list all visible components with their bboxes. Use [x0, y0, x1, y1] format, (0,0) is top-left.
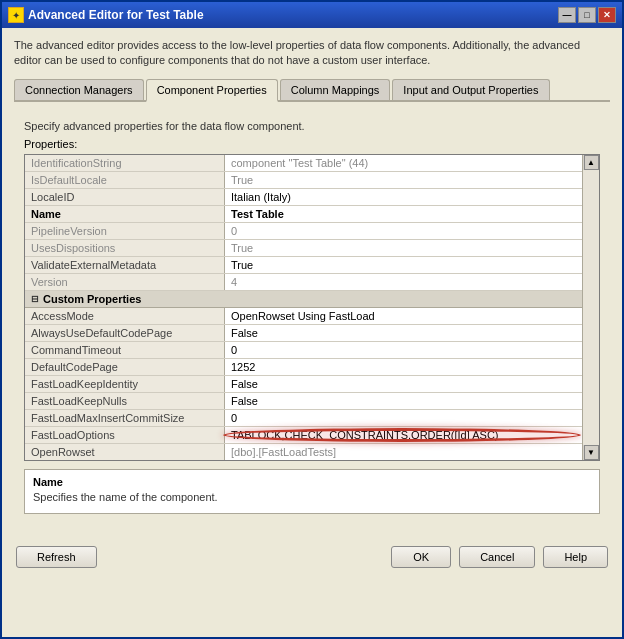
prop-value-validateexternalmetadata: True	[225, 257, 599, 273]
prop-name-defaultcodepage: DefaultCodePage	[25, 359, 225, 375]
table-wrapper: IdentificationString component "Test Tab…	[25, 155, 599, 460]
prop-name-fastloadoptions: FastLoadOptions	[25, 427, 225, 443]
info-description: Specifies the name of the component.	[33, 491, 591, 503]
section-description: Specify advanced properties for the data…	[24, 120, 600, 132]
description-text: The advanced editor provides access to t…	[14, 38, 610, 69]
prop-name-version: Version	[25, 274, 225, 290]
tab-bar: Connection Managers Component Properties…	[14, 79, 610, 102]
table-row-fastloadoptions: FastLoadOptions TABLOCK,CHECK_CONSTRAINT…	[25, 427, 599, 444]
prop-value-version: 4	[225, 274, 599, 290]
scroll-down-button[interactable]: ▼	[584, 445, 599, 460]
table-row: FastLoadMaxInsertCommitSize 0	[25, 410, 599, 427]
properties-table-container: IdentificationString component "Test Tab…	[24, 154, 600, 461]
prop-value-fastloadoptions: TABLOCK,CHECK_CONSTRAINTS,ORDER([Id] ASC…	[225, 427, 599, 443]
prop-name-identificationstring: IdentificationString	[25, 155, 225, 171]
prop-value-fastloadkeepnulls: False	[225, 393, 599, 409]
prop-name-accessmode: AccessMode	[25, 308, 225, 324]
prop-name-commandtimeout: CommandTimeout	[25, 342, 225, 358]
prop-value-fastloadkeepidentity: False	[225, 376, 599, 392]
prop-name-alwaysusedefaultcodepage: AlwaysUseDefaultCodePage	[25, 325, 225, 341]
table-row: IsDefaultLocale True	[25, 172, 599, 189]
prop-name-pipelineversion: PipelineVersion	[25, 223, 225, 239]
minimize-button[interactable]: —	[558, 7, 576, 23]
prop-name-fastloadkeepnulls: FastLoadKeepNulls	[25, 393, 225, 409]
prop-value-openrowset: [dbo].[FastLoadTests]	[225, 444, 599, 460]
scrollbar[interactable]: ▲ ▼	[582, 155, 599, 460]
tab-connection-managers[interactable]: Connection Managers	[14, 79, 144, 100]
title-bar: ✦ Advanced Editor for Test Table — □ ✕	[2, 2, 622, 28]
window-body: The advanced editor provides access to t…	[2, 28, 622, 532]
custom-section-label: Custom Properties	[43, 293, 141, 305]
prop-name-fastloadkeepidentity: FastLoadKeepIdentity	[25, 376, 225, 392]
close-button[interactable]: ✕	[598, 7, 616, 23]
table-row: ValidateExternalMetadata True	[25, 257, 599, 274]
footer: Refresh OK Cancel Help	[2, 536, 622, 578]
ok-button[interactable]: OK	[391, 546, 451, 568]
table-row: LocaleID Italian (Italy)	[25, 189, 599, 206]
table-row: DefaultCodePage 1252	[25, 359, 599, 376]
prop-name-usesdispositions: UsesDispositions	[25, 240, 225, 256]
table-row: IdentificationString component "Test Tab…	[25, 155, 599, 172]
tab-column-mappings[interactable]: Column Mappings	[280, 79, 391, 100]
maximize-button[interactable]: □	[578, 7, 596, 23]
tab-content: Specify advanced properties for the data…	[14, 112, 610, 522]
footer-right-buttons: OK Cancel Help	[391, 546, 608, 568]
prop-name-validateexternalmetadata: ValidateExternalMetadata	[25, 257, 225, 273]
table-row: CommandTimeout 0	[25, 342, 599, 359]
prop-name-openrowset: OpenRowset	[25, 444, 225, 460]
prop-value-isdefaultlocale: True	[225, 172, 599, 188]
table-row: AccessMode OpenRowset Using FastLoad	[25, 308, 599, 325]
help-button[interactable]: Help	[543, 546, 608, 568]
prop-name-isdefaultlocale: IsDefaultLocale	[25, 172, 225, 188]
prop-value-fastloadmaxinsertcommitsize: 0	[225, 410, 599, 426]
prop-value-pipelineversion: 0	[225, 223, 599, 239]
cancel-button[interactable]: Cancel	[459, 546, 535, 568]
refresh-button[interactable]: Refresh	[16, 546, 97, 568]
table-row: FastLoadKeepIdentity False	[25, 376, 599, 393]
table-row: Name Test Table	[25, 206, 599, 223]
prop-value-localeid: Italian (Italy)	[225, 189, 599, 205]
info-section: Name Specifies the name of the component…	[24, 469, 600, 514]
main-window: ✦ Advanced Editor for Test Table — □ ✕ T…	[0, 0, 624, 639]
info-title: Name	[33, 476, 591, 488]
prop-name-localeid: LocaleID	[25, 189, 225, 205]
collapse-icon: ⊟	[31, 294, 39, 304]
prop-name-fastloadmaxinsertcommitsize: FastLoadMaxInsertCommitSize	[25, 410, 225, 426]
properties-label: Properties:	[24, 138, 600, 150]
prop-value-alwaysusedefaultcodepage: False	[225, 325, 599, 341]
prop-name-name: Name	[25, 206, 225, 222]
scroll-track[interactable]	[583, 170, 599, 445]
prop-value-name: Test Table	[225, 206, 599, 222]
table-row: FastLoadKeepNulls False	[25, 393, 599, 410]
window-icon: ✦	[8, 7, 24, 23]
table-row: UsesDispositions True	[25, 240, 599, 257]
table-row: Version 4	[25, 274, 599, 291]
scroll-up-button[interactable]: ▲	[584, 155, 599, 170]
title-bar-left: ✦ Advanced Editor for Test Table	[8, 7, 204, 23]
prop-value-accessmode: OpenRowset Using FastLoad	[225, 308, 599, 324]
prop-value-identificationstring: component "Test Table" (44)	[225, 155, 599, 171]
tab-input-output-properties[interactable]: Input and Output Properties	[392, 79, 549, 100]
prop-value-commandtimeout: 0	[225, 342, 599, 358]
custom-properties-header: ⊟ Custom Properties	[25, 291, 599, 308]
table-data: IdentificationString component "Test Tab…	[25, 155, 599, 460]
table-row: OpenRowset [dbo].[FastLoadTests]	[25, 444, 599, 460]
window-title: Advanced Editor for Test Table	[28, 8, 204, 22]
table-row: AlwaysUseDefaultCodePage False	[25, 325, 599, 342]
prop-value-usesdispositions: True	[225, 240, 599, 256]
table-row: PipelineVersion 0	[25, 223, 599, 240]
tab-component-properties[interactable]: Component Properties	[146, 79, 278, 102]
title-buttons: — □ ✕	[558, 7, 616, 23]
prop-value-defaultcodepage: 1252	[225, 359, 599, 375]
